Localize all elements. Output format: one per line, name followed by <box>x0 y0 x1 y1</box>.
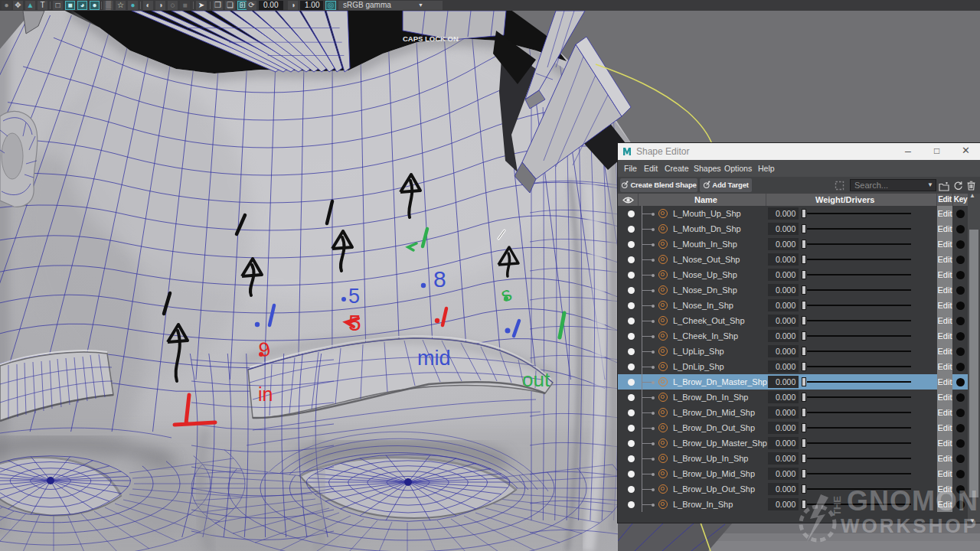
svg-text:in: in <box>258 383 273 405</box>
svg-text:CAPS LOCK ON: CAPS LOCK ON <box>403 34 459 43</box>
svg-text:out: out <box>522 368 550 391</box>
svg-text:5: 5 <box>348 285 360 308</box>
svg-text:THE: THE <box>831 496 843 516</box>
svg-text:5: 5 <box>348 310 361 335</box>
svg-text:mid: mid <box>417 347 451 370</box>
svg-text:8: 8 <box>433 266 446 292</box>
